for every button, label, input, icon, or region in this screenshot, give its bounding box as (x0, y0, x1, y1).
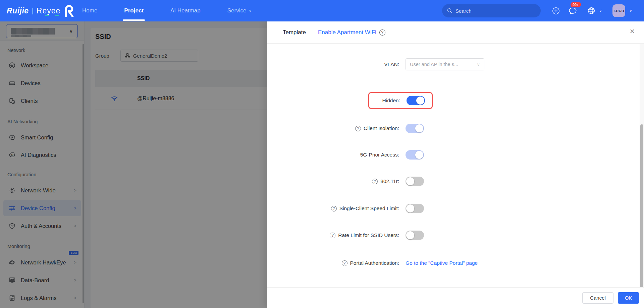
tab-enable-apartment-wifi[interactable]: Enable Apartment WiFi ? (318, 29, 385, 36)
nav-item-home[interactable]: Home (82, 0, 97, 21)
wifi-settings-drawer: Template Enable Apartment WiFi ? ✕ VLAN:… (267, 21, 644, 308)
form-row-rate-limit-ssid: ? Rate Limit for SSID Users: (267, 229, 502, 241)
form-row-80211r: ? 802.11r: (267, 175, 502, 187)
chevron-down-icon[interactable]: ∨ (629, 0, 632, 21)
5g-prior-label: 5G-Prior Access: (360, 152, 399, 158)
client-isolation-label: Client Isolation: (364, 125, 399, 131)
cancel-button[interactable]: Cancel (582, 292, 613, 304)
help-icon[interactable]: ? (330, 233, 335, 238)
help-icon[interactable]: ? (331, 206, 337, 211)
ok-button[interactable]: OK (618, 292, 639, 304)
hidden-highlight-box: Hidden: (368, 92, 433, 109)
form-row-single-client-limit: ? Single-Client Speed Limit: (267, 202, 502, 214)
vlan-select-value: User and AP in the s... (410, 62, 458, 67)
portal-auth-label: Portal Authentication: (350, 260, 399, 266)
rate-limit-ssid-toggle[interactable] (406, 231, 424, 240)
5g-prior-toggle[interactable] (406, 150, 424, 160)
nav-item-ai-heatmap[interactable]: AI Heatmap (170, 0, 201, 21)
brand-logo-reyee: Reyee (37, 6, 60, 15)
help-icon[interactable]: ? (355, 126, 361, 131)
drawer-footer: Cancel OK (267, 287, 644, 308)
top-nav: Ruijie | Reyee Home Project AI Heatmap S… (0, 0, 644, 21)
help-icon[interactable]: ? (372, 179, 378, 184)
nav-item-project[interactable]: Project (124, 0, 144, 21)
brand-logo-ruijie: Ruijie (7, 6, 29, 15)
search-icon (447, 8, 453, 14)
help-icon[interactable]: ? (379, 29, 385, 36)
reyee-mascot-icon (63, 4, 75, 17)
chevron-down-icon[interactable]: ∨ (599, 0, 602, 21)
form-row-5g-prior: 5G-Prior Access: (267, 149, 502, 161)
active-tab-indicator (123, 19, 145, 21)
form-row-client-isolation: ? Client Isolation: (267, 122, 502, 134)
add-project-icon[interactable] (552, 0, 560, 21)
vlan-select[interactable]: User and AP in the s... ∨ (406, 58, 484, 70)
nav-item-service[interactable]: Service∨ (227, 0, 252, 21)
drawer-scrollbar-thumb[interactable] (640, 124, 643, 308)
notification-count-badge: 99+ (571, 2, 581, 7)
modal-backdrop (0, 21, 267, 308)
client-isolation-toggle[interactable] (406, 124, 424, 133)
rate-limit-ssid-label: Rate Limit for SSID Users: (338, 232, 399, 238)
hidden-label: Hidden: (369, 98, 400, 104)
captive-portal-link[interactable]: Go to the "Captive Portal" page (406, 260, 478, 266)
vlan-label: VLAN: (267, 61, 399, 67)
brand-logo-separator: | (32, 7, 34, 15)
nav-menu: Home Project AI Heatmap Service∨ (82, 0, 252, 21)
close-icon[interactable]: ✕ (630, 28, 635, 35)
search-box[interactable] (442, 4, 541, 17)
drawer-scrollbar-track[interactable] (640, 44, 644, 287)
page: Ruijie | Reyee Home Project AI Heatmap S… (0, 0, 644, 308)
80211r-label: 802.11r: (380, 178, 399, 184)
search-input[interactable] (455, 8, 529, 14)
80211r-toggle[interactable] (406, 177, 424, 186)
chevron-down-icon: ∨ (249, 8, 252, 13)
tab-template[interactable]: Template (283, 29, 306, 36)
hidden-toggle[interactable] (407, 96, 425, 105)
help-icon[interactable]: ? (342, 260, 347, 266)
chevron-down-icon: ∨ (477, 62, 480, 67)
single-client-limit-toggle[interactable] (406, 204, 424, 213)
drawer-header: Template Enable Apartment WiFi ? ✕ (267, 21, 644, 44)
form-row-vlan: VLAN: User and AP in the s... ∨ (267, 58, 502, 70)
single-client-limit-label: Single-Client Speed Limit: (339, 205, 399, 211)
language-globe-icon[interactable] (587, 0, 596, 21)
brand-logo[interactable]: Ruijie | Reyee (7, 0, 75, 21)
form-row-portal-auth: ? Portal Authentication: Go to the "Capt… (267, 257, 502, 269)
avatar[interactable]: LOGO (612, 4, 625, 17)
